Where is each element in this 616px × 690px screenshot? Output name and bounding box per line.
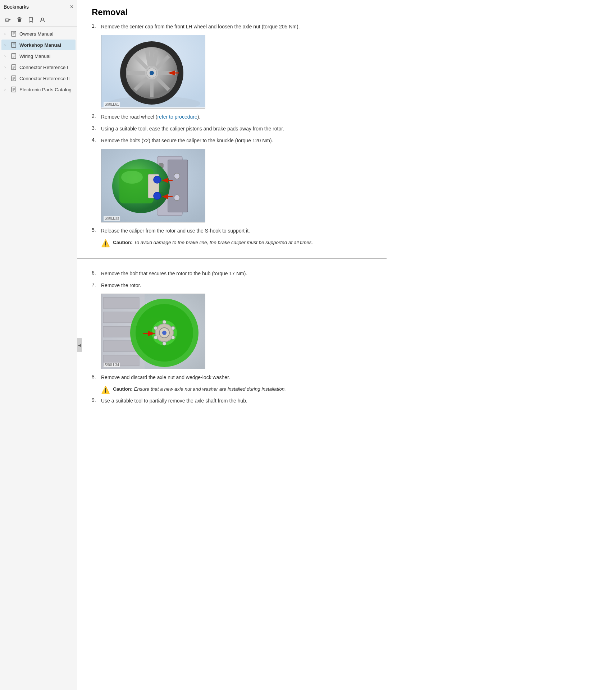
collapse-arrow-icon: ◀ bbox=[78, 343, 81, 347]
warning-icon: ⚠️ bbox=[101, 239, 110, 248]
step-2-num: 2. bbox=[92, 113, 99, 121]
sidebar-nav: › Owners Manual › bbox=[0, 27, 77, 690]
step-1-num: 1. bbox=[92, 23, 99, 31]
step-8-caution: ⚠️ Caution: Ensure that a new axle nut a… bbox=[101, 386, 387, 394]
svg-point-79 bbox=[162, 331, 166, 335]
collapse-handle[interactable]: ◀ bbox=[77, 338, 82, 352]
svg-point-82 bbox=[171, 336, 175, 339]
step-5-text: Release the caliper from the rotor and u… bbox=[101, 227, 250, 235]
step-5: 5. Release the caliper from the rotor an… bbox=[92, 227, 387, 235]
caution-label: Caution: bbox=[113, 240, 133, 245]
chevron-right-icon-5: › bbox=[4, 76, 9, 80]
step-4-image: S90LL33 bbox=[101, 149, 205, 222]
sidebar-item-owners-manual[interactable]: › Owners Manual bbox=[1, 28, 76, 39]
step-4-image-container: S90LL33 bbox=[101, 149, 387, 224]
step-2-text: Remove the road wheel (refer to procedur… bbox=[101, 113, 200, 121]
step-7-image-container: S90LL34 bbox=[101, 294, 387, 370]
svg-rect-54 bbox=[168, 160, 188, 212]
delete-button[interactable] bbox=[14, 15, 24, 24]
caliper-illustration bbox=[101, 149, 205, 222]
chevron-right-icon: › bbox=[4, 32, 9, 36]
step-4: 4. Remove the bolts (x2) that secure the… bbox=[92, 137, 387, 144]
refer-to-procedure-link[interactable]: refer to procedure bbox=[157, 114, 197, 120]
step-1-text: Remove the center cap from the front LH … bbox=[101, 23, 300, 31]
sidebar-item-connector-ref-1-label: Connector Reference I bbox=[19, 65, 68, 70]
step-3-num: 3. bbox=[92, 125, 99, 133]
book-icon-owners bbox=[10, 30, 17, 37]
sidebar-header: Bookmarks × bbox=[0, 0, 77, 13]
sidebar-item-connector-ref-2[interactable]: › Connector Reference II bbox=[1, 73, 76, 84]
warning-icon-2: ⚠️ bbox=[101, 386, 110, 394]
chevron-right-icon-4: › bbox=[4, 65, 9, 69]
book-icon-connector2 bbox=[10, 75, 17, 82]
close-button[interactable]: × bbox=[70, 4, 73, 10]
properties-button[interactable] bbox=[37, 15, 47, 24]
step-1: 1. Remove the center cap from the front … bbox=[92, 23, 387, 31]
sidebar-item-connector-ref-2-label: Connector Reference II bbox=[19, 76, 70, 81]
step-3: 3. Using a suitable tool, ease the calip… bbox=[92, 125, 387, 133]
step-6-text: Remove the bolt that secures the rotor t… bbox=[101, 270, 247, 277]
svg-point-46 bbox=[150, 71, 154, 75]
wheel-illustration bbox=[101, 35, 205, 107]
sidebar-item-parts-catalog[interactable]: › Electronic Parts Catalog bbox=[1, 84, 76, 95]
step-9-num: 9. bbox=[92, 397, 99, 405]
svg-point-55 bbox=[174, 173, 180, 179]
svg-point-80 bbox=[163, 320, 166, 324]
sidebar-item-workshop-manual[interactable]: › Workshop Manual bbox=[1, 40, 76, 50]
step-4-text: Remove the bolts (x2) that secure the ca… bbox=[101, 137, 273, 144]
page-title: Removal bbox=[92, 7, 387, 17]
step-8-num: 8. bbox=[92, 374, 99, 381]
caution-label-2: Caution: bbox=[113, 386, 133, 392]
book-icon-connector1 bbox=[10, 64, 17, 71]
svg-point-84 bbox=[154, 336, 158, 339]
chevron-down-icon: ▾ bbox=[9, 18, 11, 22]
step-3-text: Using a suitable tool, ease the caliper … bbox=[101, 125, 284, 133]
sidebar: Bookmarks × ⊞▾ bbox=[0, 0, 77, 690]
svg-point-56 bbox=[174, 195, 180, 201]
step-4-image-caption: S90LL33 bbox=[104, 216, 120, 221]
svg-point-61 bbox=[154, 176, 161, 183]
chevron-right-icon-3: › bbox=[4, 54, 9, 58]
svg-point-81 bbox=[171, 326, 175, 330]
add-bookmark-button[interactable] bbox=[26, 15, 36, 24]
bookmark-add-icon bbox=[28, 17, 34, 23]
svg-point-59 bbox=[121, 171, 143, 184]
sidebar-toolbar: ⊞▾ bbox=[0, 13, 77, 27]
step-7-image: S90LL34 bbox=[101, 294, 205, 369]
svg-point-62 bbox=[154, 192, 161, 199]
sidebar-title: Bookmarks bbox=[4, 4, 29, 10]
sidebar-item-parts-catalog-label: Electronic Parts Catalog bbox=[19, 87, 72, 92]
step-9: 9. Use a suitable tool to partially remo… bbox=[92, 397, 387, 405]
step-7-num: 7. bbox=[92, 282, 99, 289]
chevron-right-icon-2: › bbox=[4, 43, 9, 47]
svg-rect-69 bbox=[103, 298, 139, 308]
step-6-num: 6. bbox=[92, 270, 99, 277]
svg-point-4 bbox=[41, 18, 44, 20]
step-9-text: Use a suitable tool to partially remove … bbox=[101, 397, 247, 405]
sidebar-item-wiring-manual[interactable]: › Wiring Manual bbox=[1, 51, 76, 61]
trash-icon bbox=[17, 17, 22, 23]
step-7: 7. Remove the rotor. bbox=[92, 282, 387, 289]
sidebar-item-connector-ref-1[interactable]: › Connector Reference I bbox=[1, 62, 76, 73]
sidebar-item-wiring-manual-label: Wiring Manual bbox=[19, 54, 50, 59]
step-7-image-caption: S90LL34 bbox=[104, 363, 120, 367]
step-6: 6. Remove the bolt that secures the roto… bbox=[92, 270, 387, 277]
chevron-right-icon-6: › bbox=[4, 87, 9, 92]
step-5-caution: ⚠️ Caution: To avoid damage to the brake… bbox=[101, 239, 387, 248]
book-icon-wiring bbox=[10, 52, 17, 60]
content-area: Removal 1. Remove the center cap from th… bbox=[77, 0, 401, 416]
step-2: 2. Remove the road wheel (refer to proce… bbox=[92, 113, 387, 121]
svg-rect-1 bbox=[17, 18, 22, 19]
sidebar-item-workshop-manual-label: Workshop Manual bbox=[19, 42, 61, 48]
step-1-image-caption: S90LL61 bbox=[104, 102, 120, 107]
step-8-caution-text: Caution: Ensure that a new axle nut and … bbox=[113, 386, 286, 393]
book-icon-parts bbox=[10, 86, 17, 93]
svg-point-83 bbox=[163, 342, 166, 345]
expand-all-button[interactable]: ⊞▾ bbox=[3, 16, 13, 24]
book-icon-workshop bbox=[10, 41, 17, 49]
page-divider bbox=[77, 258, 387, 259]
properties-icon bbox=[40, 17, 45, 23]
step-7-text: Remove the rotor. bbox=[101, 282, 141, 289]
step-4-num: 4. bbox=[92, 137, 99, 144]
step-1-image: S90LL61 bbox=[101, 35, 205, 109]
